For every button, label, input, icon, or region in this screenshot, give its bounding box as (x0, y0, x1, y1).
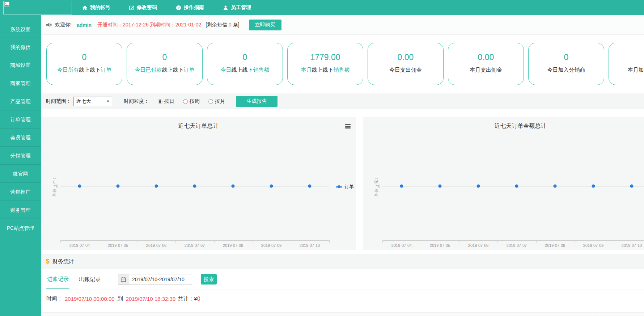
buy-now-button[interactable]: 立即购买 (249, 20, 281, 30)
summary-time-row: 时间： 2019/07/10 00:00:00 到 2019/07/10 18:… (41, 290, 644, 308)
time-range-select[interactable]: 近七天 ▼ (73, 97, 112, 106)
generate-report-button[interactable]: 生成报告 (236, 96, 277, 107)
sidebar-item-system[interactable]: 系统设置 (0, 20, 41, 38)
x-axis-label: 2019-07-07 (178, 243, 211, 248)
x-axis-label: 2019-07-06 (462, 243, 495, 248)
date-range-group (118, 274, 192, 285)
stat-card-month-commission: 0.00 本月支出佣金 (448, 43, 524, 85)
stat-label: 今日加入分销商 (529, 67, 604, 73)
stat-label: 本月线上线下销售额 (288, 67, 363, 73)
edit-icon (129, 5, 134, 10)
orders-count-chart: 近七天订单总计 单位（个） 0 2019-07-04 2019-07-05 20… (41, 117, 356, 250)
x-axis-label: 2019-07-05 (424, 243, 456, 248)
orders-amount-chart: 近七天订单金额总计 单位（元） 0 2019-07-04 2019-07-05 … (363, 117, 644, 250)
stat-value: 0.00 (368, 52, 443, 62)
date-range-input[interactable] (128, 274, 192, 285)
stat-value: 0 (47, 52, 122, 62)
granularity-label: 时间粒度： (124, 98, 149, 105)
radio-by-week[interactable]: 按周 (183, 98, 200, 105)
sidebar-item-microsite[interactable]: 微官网 (0, 165, 41, 183)
data-point (232, 185, 235, 188)
radio-by-day[interactable]: 按日 (158, 98, 174, 105)
data-point (438, 185, 442, 188)
nav-label: 操作指南 (184, 4, 204, 11)
x-axis-label: 2019-07-10 (293, 243, 326, 248)
stat-value: 1 (609, 52, 644, 62)
time-end: 2019/07/10 18:32:39 (126, 296, 176, 302)
nav-label: 我的帐号 (90, 4, 110, 11)
sidebar-item-marketing[interactable]: 营销推广 (0, 183, 41, 201)
stat-card-today-sales: 0 今日线上线下销售额 (207, 43, 283, 85)
tab-income-records[interactable]: 进账记录 (46, 269, 69, 289)
x-axis-label: 2019-07-08 (217, 243, 249, 248)
nav-guide[interactable]: ? 操作指南 (176, 4, 204, 11)
x-axis (60, 240, 330, 243)
stat-value: 0 (127, 52, 202, 62)
legend-orders[interactable]: 订单 (336, 184, 354, 190)
svg-text:?: ? (178, 6, 180, 9)
nav-label: 员工管理 (231, 4, 251, 11)
charts-strip: 近七天订单总计 单位（个） 0 2019-07-04 2019-07-05 20… (41, 117, 644, 250)
calendar-icon[interactable] (118, 274, 128, 285)
stat-card-today-paid-orders: 0 今日已付款线上线下订单 (127, 43, 203, 85)
radio-icon[interactable] (208, 99, 213, 104)
report-filter-bar: 时间范围： 近七天 ▼ 时间粒度： 按日 按周 按月 生成报告 (41, 93, 644, 109)
nav-staff[interactable]: 员工管理 (223, 4, 251, 11)
stat-value: 0 (529, 52, 604, 62)
finance-section-title: 财务统计 (52, 258, 74, 265)
time-start: 2019/07/10 00:00:00 (65, 296, 115, 302)
dollar-icon: $ (46, 258, 50, 265)
radio-by-month[interactable]: 按月 (208, 98, 225, 105)
nav-my-account[interactable]: 我的帐号 (82, 4, 110, 11)
time-to: 到 (118, 295, 123, 302)
sidebar-item-distribution[interactable]: 分销管理 (0, 147, 41, 165)
tab-expense-records[interactable]: 出账记录 (78, 270, 101, 289)
stat-card-today-distributors: 0 今日加入分销商 (528, 43, 604, 85)
x-axis-label: 2019-07-09 (577, 243, 610, 248)
x-axis-label: 2019-07-06 (140, 243, 173, 248)
stat-label: 今日已付款线上线下订单 (127, 67, 202, 73)
sidebar-item-member[interactable]: 会员管理 (0, 128, 41, 147)
chart-title: 近七天订单总计 (41, 122, 356, 130)
chart-menu-icon[interactable] (345, 124, 351, 129)
sidebar-item-pc-site[interactable]: PC站点管理 (0, 219, 41, 237)
stat-card-month-distributors: 1 本月加入分销商 (609, 43, 644, 85)
data-point (592, 185, 595, 188)
data-point (515, 185, 518, 188)
welcome-bar: 欢迎你! admin 开通时间：2017-12-26 到期时间：2021-01-… (41, 15, 644, 35)
stat-label: 本月加入分销商 (609, 67, 644, 73)
sidebar-item-wechat[interactable]: 我的微信 (0, 38, 41, 56)
time-range-label: 时间范围： (46, 98, 71, 105)
finance-section-header: $ 财务统计 (41, 254, 644, 269)
time-label: 时间： (46, 295, 63, 302)
account-period-text: 开通时间：2017-12-26 到期时间：2021-01-02 (97, 22, 201, 28)
radio-icon[interactable] (183, 99, 188, 104)
x-axis-label: 2019-07-09 (255, 243, 288, 248)
data-point (116, 185, 120, 188)
x-axis-label: 2019-07-07 (500, 243, 533, 248)
legend-label: 订单 (344, 184, 354, 190)
search-button[interactable]: 搜索 (201, 274, 217, 285)
welcome-greeting: 欢迎你! (55, 22, 72, 28)
sidebar-item-order[interactable]: 订单管理 (0, 110, 41, 128)
home-icon (82, 5, 88, 10)
data-point (400, 185, 403, 188)
nav-change-password[interactable]: 修改密码 (129, 4, 157, 11)
legend-marker-icon (336, 186, 342, 188)
data-point (477, 185, 480, 188)
radio-icon[interactable] (158, 99, 162, 104)
x-axis-label: 2019-07-10 (615, 243, 644, 248)
nav-label: 修改密码 (137, 4, 157, 11)
sms-count: 0 (229, 22, 232, 28)
x-axis-label: 2019-07-05 (102, 243, 134, 248)
total-value: 0 (197, 296, 200, 302)
sidebar-item-product[interactable]: 产品管理 (0, 92, 41, 110)
sidebar-item-merchant[interactable]: 商家管理 (0, 74, 41, 92)
sidebar: 系统设置 我的微信 商城设置 商家管理 产品管理 订单管理 会员管理 分销管理 … (0, 15, 41, 316)
sidebar-item-finance[interactable]: 财务管理 (0, 201, 41, 219)
stat-value: 0 (207, 52, 283, 62)
stat-card-today-commission: 0.00 今日支出佣金 (368, 43, 444, 85)
series-line (382, 186, 644, 186)
sidebar-item-mall[interactable]: 商城设置 (0, 56, 41, 74)
time-range-value: 近七天 (76, 98, 91, 105)
